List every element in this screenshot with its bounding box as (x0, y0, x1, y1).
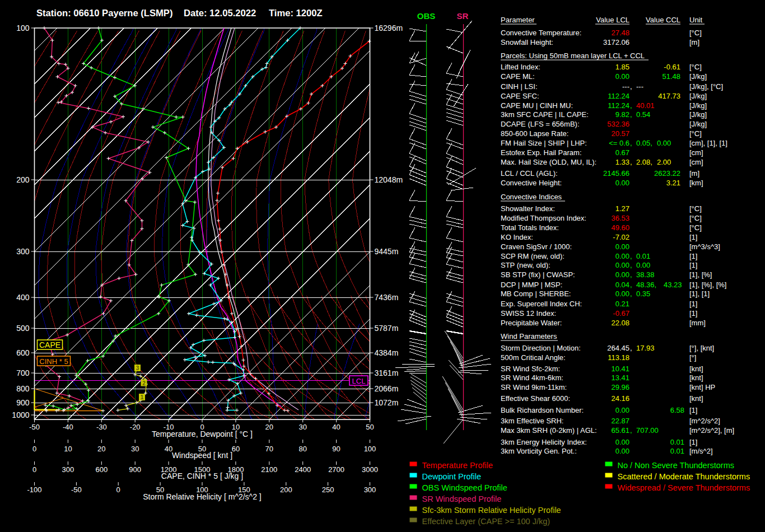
svg-text:SR Wind 9km-11km:: SR Wind 9km-11km: (501, 383, 567, 391)
svg-text:,: , (630, 82, 632, 91)
svg-text:---: --- (636, 82, 643, 91)
svg-text:[cm]: [cm] (689, 158, 703, 166)
svg-text:0: 0 (116, 486, 120, 494)
svg-text:0.00: 0.00 (636, 261, 650, 269)
svg-text:[1]: [1] (689, 261, 697, 269)
svg-text:10: 10 (64, 445, 72, 453)
svg-text:[1]: [1] (689, 406, 697, 414)
svg-text:3km SFC CAPE | IL CAPE:: 3km SFC CAPE | IL CAPE: (501, 110, 589, 119)
svg-text:[°C]: [°C] (689, 63, 702, 71)
svg-text:112.24: 112.24 (608, 101, 629, 110)
svg-text:17.93: 17.93 (636, 344, 655, 352)
svg-text:[cm], [1], [1]: [cm], [1], [1] (689, 139, 727, 147)
svg-text:SR Wind Sfc-2km:: SR Wind Sfc-2km: (501, 365, 560, 373)
svg-text:Wind Parameters: Wind Parameters (501, 332, 557, 340)
svg-text:Unit: Unit (689, 16, 703, 24)
svg-text:[1]: [1] (689, 438, 697, 446)
svg-text:[km]: [km] (689, 179, 703, 187)
svg-text:[1]: [1] (689, 233, 697, 241)
svg-text:MB Comp | SHERBE:: MB Comp | SHERBE: (501, 290, 571, 298)
svg-text:300: 300 (364, 486, 376, 494)
svg-text:40.01: 40.01 (636, 101, 655, 110)
svg-text:800: 800 (16, 384, 30, 393)
svg-text:0.00: 0.00 (615, 406, 629, 414)
svg-text:SB STP (fix) | CWASP:: SB STP (fix) | CWASP: (501, 270, 575, 279)
svg-text:[°]: [°] (689, 353, 696, 362)
svg-text:-50: -50 (29, 423, 40, 431)
svg-text:0.05,: 0.05, (636, 139, 652, 147)
svg-text:3161m: 3161m (375, 368, 399, 377)
svg-text:Widespread / Severe Thundersto: Widespread / Severe Thunderstorms (618, 483, 750, 492)
svg-text:DCAPE (LFS = 656mB):: DCAPE (LFS = 656mB): (501, 120, 580, 128)
svg-text:0: 0 (32, 465, 36, 474)
svg-text:7436m: 7436m (375, 293, 399, 302)
svg-text:,: , (630, 101, 632, 110)
svg-text:27.48: 27.48 (611, 29, 629, 37)
svg-text:Windspeed [ knt ]: Windspeed [ knt ] (172, 451, 232, 460)
svg-text:LCL / CCL (AGL):: LCL / CCL (AGL): (501, 169, 558, 178)
svg-text:Value CCL: Value CCL (646, 16, 680, 24)
svg-text:4384m: 4384m (375, 348, 399, 357)
svg-text:CAPE SFC:: CAPE SFC: (501, 92, 539, 100)
svg-text:20.57: 20.57 (611, 129, 629, 138)
svg-text:100: 100 (364, 445, 376, 453)
svg-text:[°C]: [°C] (689, 214, 702, 222)
svg-text:500: 500 (16, 324, 30, 333)
svg-text:[J/kg]: [J/kg] (689, 110, 707, 119)
svg-text:90: 90 (332, 445, 340, 453)
svg-text:[1], [%]: [1], [%] (689, 270, 712, 279)
svg-text:0: 0 (32, 445, 36, 453)
svg-text:600: 600 (16, 348, 30, 357)
svg-text:49.60: 49.60 (611, 223, 629, 232)
svg-text:Parcels: Using 50mB mean layer: Parcels: Using 50mB mean layer LCL + CCL (501, 52, 645, 60)
svg-text:Convective Height:: Convective Height: (501, 179, 562, 187)
svg-text:-40: -40 (63, 423, 73, 431)
svg-text:0.00: 0.00 (615, 438, 629, 446)
svg-text:1072m: 1072m (375, 398, 399, 407)
svg-text:500m Critical Angle:: 500m Critical Angle: (501, 353, 566, 362)
svg-text:,: , (630, 290, 632, 298)
svg-text:[J/kg]: [J/kg] (689, 92, 707, 100)
svg-text:1.85: 1.85 (615, 63, 629, 71)
svg-text:250: 250 (322, 486, 334, 494)
svg-text:532.36: 532.36 (607, 120, 629, 128)
svg-text:0.00: 0.00 (615, 261, 629, 269)
svg-text:Dewpoint Profile: Dewpoint Profile (422, 472, 482, 481)
svg-text:2623.22: 2623.22 (654, 169, 680, 178)
svg-text:SR Wind 4km-6km:: SR Wind 4km-6km: (501, 374, 563, 382)
svg-text:,: , (630, 426, 632, 435)
svg-text:-30: -30 (96, 423, 107, 431)
svg-text:-100: -100 (27, 486, 41, 494)
svg-text:Station: 06610 Payerne (LSMP): Station: 06610 Payerne (LSMP) (36, 8, 172, 18)
svg-text:SWISS 12 Index:: SWISS 12 Index: (501, 309, 556, 318)
svg-text:Snowfall Height:: Snowfall Height: (501, 38, 553, 46)
svg-text:Modified Thompson Index:: Modified Thompson Index: (501, 214, 586, 222)
svg-text:113.18: 113.18 (608, 353, 629, 362)
svg-text:[1]: [1] (689, 252, 697, 260)
svg-text:30: 30 (131, 445, 139, 453)
svg-text:[m^2/s^2], [m]: [m^2/s^2], [m] (689, 426, 734, 435)
svg-text:[m]: [m] (689, 38, 699, 46)
svg-text:0.00: 0.00 (615, 242, 629, 251)
svg-text:0.00: 0.00 (615, 72, 629, 81)
svg-text:[knt]: [knt] (689, 374, 703, 382)
svg-text:900: 900 (16, 398, 30, 407)
svg-text:[m^2/s^2]: [m^2/s^2] (689, 417, 720, 425)
svg-text:,: , (630, 281, 632, 289)
svg-text:2: 2 (142, 380, 146, 386)
svg-text:0.00: 0.00 (615, 179, 629, 187)
svg-text:13.41: 13.41 (611, 374, 629, 382)
svg-text:-50: -50 (71, 486, 82, 494)
svg-text:2145.66: 2145.66 (603, 169, 629, 178)
svg-text:264.45: 264.45 (607, 344, 629, 352)
svg-text:CINH | LSI:: CINH | LSI: (501, 82, 538, 91)
svg-text:No / Non Severe Thunderstorms: No / Non Severe Thunderstorms (618, 461, 734, 470)
svg-text:Craven SigSvr / 1000:: Craven SigSvr / 1000: (501, 242, 572, 251)
svg-text:200: 200 (16, 175, 30, 184)
svg-text:Storm Relative Helicity [ m^2: Storm Relative Helicity [ m^2/s^2 ] (143, 492, 262, 501)
svg-text:0.67: 0.67 (615, 148, 629, 157)
svg-text:SR: SR (457, 11, 469, 21)
svg-text:417.73: 417.73 (658, 92, 680, 100)
svg-text:2.00: 2.00 (657, 158, 671, 166)
svg-text:51.48: 51.48 (662, 72, 680, 81)
